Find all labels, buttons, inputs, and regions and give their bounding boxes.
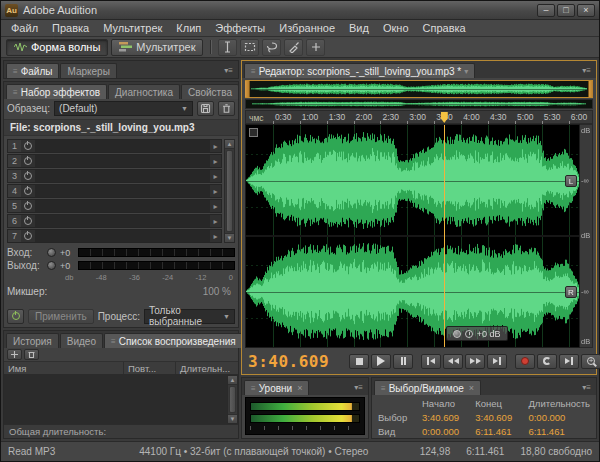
slot-body[interactable]	[35, 185, 210, 197]
output-gain-knob[interactable]	[47, 261, 56, 270]
power-icon[interactable]	[24, 217, 32, 225]
playlist-add-button[interactable]	[7, 349, 22, 360]
pause-button[interactable]	[393, 354, 413, 369]
selection-start-value[interactable]: 3:40.609	[422, 412, 475, 423]
slot-arrow-icon[interactable]: ▸	[210, 157, 221, 166]
play-button[interactable]	[371, 354, 391, 369]
tab-effects-rack[interactable]: ≡ Набор эффектов	[6, 84, 107, 99]
input-gain-knob[interactable]	[47, 248, 56, 257]
playlist-scrollbar[interactable]: ▲ ▼	[227, 375, 238, 424]
power-icon[interactable]	[24, 157, 32, 165]
zoom-in-button[interactable]	[581, 354, 600, 369]
view-start-value[interactable]: 0:00.000	[422, 426, 475, 437]
menu-item[interactable]: Вид	[342, 21, 376, 35]
column-duration[interactable]: Длительн...	[176, 362, 238, 374]
scroll-up-icon[interactable]: ▲	[228, 376, 237, 385]
overview-strip[interactable]	[245, 99, 593, 109]
slot-body[interactable]	[35, 170, 210, 182]
menu-item[interactable]: Клип	[169, 21, 208, 35]
rewind-button[interactable]	[443, 354, 463, 369]
scrollbar-thumb[interactable]	[229, 386, 236, 413]
time-selection-tool-icon[interactable]	[218, 39, 237, 56]
slot-arrow-icon[interactable]: ▸	[210, 202, 221, 211]
slot-arrow-icon[interactable]: ▸	[210, 217, 221, 226]
minimize-button[interactable]: –	[537, 4, 555, 17]
scroll-up-icon[interactable]: ▲	[225, 140, 234, 149]
menu-item[interactable]: Избранное	[272, 21, 342, 35]
effect-slot[interactable]: 3▸	[7, 169, 222, 183]
delete-preset-button[interactable]	[218, 101, 235, 116]
panel-menu-icon[interactable]: ▾≡	[351, 383, 366, 392]
tab-selection-view[interactable]: ≡ Выбор/Видимое ×	[374, 380, 481, 395]
skip-selection-button[interactable]	[559, 354, 579, 369]
selection-end-value[interactable]: 3:40.609	[475, 412, 528, 423]
power-icon[interactable]	[24, 202, 32, 210]
editor-caret-icon[interactable]: ▾	[464, 67, 468, 76]
slot-arrow-icon[interactable]: ▸	[210, 187, 221, 196]
slot-arrow-icon[interactable]: ▸	[210, 142, 221, 151]
power-icon[interactable]	[24, 232, 32, 240]
panel-menu-icon[interactable]: ▾≡	[221, 66, 236, 75]
waveform-display[interactable]: L R +0 dB	[245, 124, 580, 348]
slot-body[interactable]	[35, 155, 210, 167]
playhead-line[interactable]	[444, 125, 445, 347]
power-icon[interactable]	[24, 142, 32, 150]
menu-item[interactable]: Файл	[4, 21, 45, 35]
spot-healing-brush-tool-icon[interactable]	[306, 39, 325, 56]
process-dropdown[interactable]: Только выбранные ▼	[144, 309, 235, 324]
navigator-left-handle[interactable]	[245, 81, 250, 97]
apply-button[interactable]: Применить	[28, 309, 94, 324]
rack-power-button[interactable]	[7, 309, 24, 324]
tab-levels[interactable]: ≡ Уровни ×	[244, 380, 309, 395]
slot-body[interactable]	[35, 140, 210, 152]
amplitude-ruler[interactable]: dB -∞ dB -∞ dB	[580, 124, 593, 348]
close-icon[interactable]: ×	[297, 383, 302, 393]
playlist-empty-area[interactable]	[4, 375, 227, 424]
slot-arrow-icon[interactable]: ▸	[210, 172, 221, 181]
panel-menu-icon[interactable]: ▾≡	[579, 383, 594, 392]
tab-playlist[interactable]: ≡ Список воспроизведения	[104, 333, 243, 348]
slot-body[interactable]	[35, 200, 210, 212]
effect-slot[interactable]: 1▸	[7, 139, 222, 153]
effect-slot[interactable]: 6▸	[7, 214, 222, 228]
effect-slot[interactable]: 7▸	[7, 229, 222, 243]
waveform-view-button[interactable]: Форма волны	[6, 39, 108, 56]
scroll-down-icon[interactable]: ▼	[228, 414, 237, 423]
go-to-end-button[interactable]	[487, 354, 507, 369]
save-preset-button[interactable]	[197, 101, 214, 116]
right-channel-button[interactable]: R	[565, 286, 577, 298]
time-display[interactable]: 3:40.609	[248, 352, 329, 371]
tab-history[interactable]: История	[6, 333, 59, 348]
scrollbar-thumb[interactable]	[226, 150, 233, 232]
tab-markers[interactable]: Маркеры	[60, 63, 116, 78]
navigator-right-handle[interactable]	[588, 81, 593, 97]
effect-slot[interactable]: 2▸	[7, 154, 222, 168]
view-end-value[interactable]: 6:11.461	[475, 426, 528, 437]
marquee-selection-tool-icon[interactable]	[240, 39, 259, 56]
timeline-ruler[interactable]: чмс 0:301:001:302:002:303:003:304:004:30…	[245, 110, 593, 124]
close-button[interactable]: ×	[577, 4, 595, 17]
go-to-start-button[interactable]	[421, 354, 441, 369]
editor-corner-icon[interactable]	[249, 128, 258, 137]
zoom-navigator[interactable]	[245, 80, 593, 98]
lasso-selection-tool-icon[interactable]	[262, 39, 281, 56]
power-icon[interactable]	[24, 187, 32, 195]
scroll-down-icon[interactable]: ▼	[225, 233, 234, 242]
tab-files[interactable]: ≡ Файлы	[6, 63, 59, 78]
menu-item[interactable]: Окно	[376, 21, 416, 35]
menu-item[interactable]: Правка	[45, 21, 96, 35]
playlist-delete-button[interactable]	[24, 349, 39, 360]
slot-body[interactable]	[35, 215, 210, 227]
panel-menu-icon[interactable]: ▾≡	[579, 66, 594, 75]
menu-item[interactable]: Мультитрек	[96, 21, 169, 35]
volume-knob-icon[interactable]	[453, 330, 461, 338]
preset-dropdown[interactable]: (Default) ▼	[54, 101, 193, 116]
column-repeat[interactable]: Повт...	[124, 362, 176, 374]
multitrack-view-button[interactable]: Мультитрек	[111, 39, 203, 56]
tab-video[interactable]: Видео	[60, 333, 103, 348]
view-duration-value[interactable]: 6:11.461	[528, 426, 590, 437]
tab-properties[interactable]: Свойства	[181, 84, 239, 99]
menu-item[interactable]: Справка	[416, 21, 473, 35]
slot-arrow-icon[interactable]: ▸	[210, 232, 221, 241]
record-button[interactable]	[515, 354, 535, 369]
